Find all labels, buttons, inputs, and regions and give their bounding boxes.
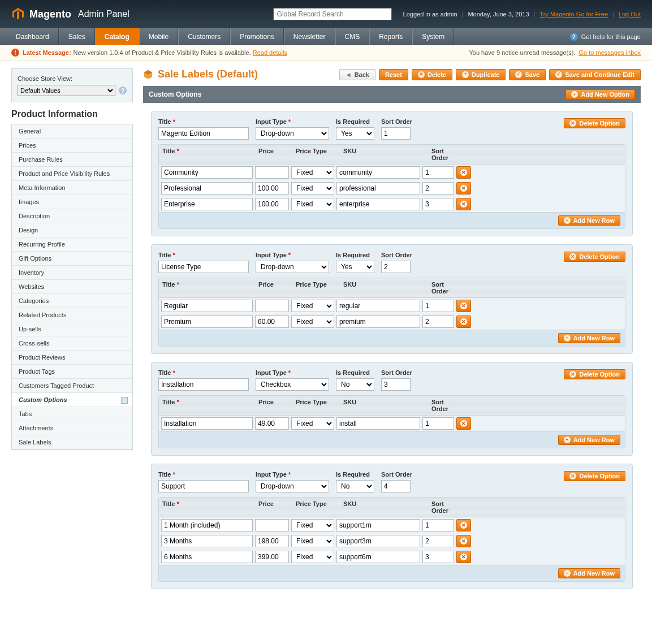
- duplicate-button[interactable]: +Duplicate: [456, 69, 506, 80]
- row-price-type-select[interactable]: Fixed: [291, 315, 334, 328]
- sidebar-tab-product-reviews[interactable]: Product Reviews: [12, 351, 132, 365]
- row-delete-button[interactable]: ✕: [456, 417, 471, 430]
- nav-item-dashboard[interactable]: Dashboard: [7, 28, 59, 45]
- row-title-input[interactable]: [161, 315, 253, 328]
- row-title-input[interactable]: [161, 182, 253, 195]
- add-new-row-button[interactable]: +Add New Row: [558, 435, 620, 445]
- option-input-type-select[interactable]: Drop-down: [256, 480, 329, 492]
- row-price-type-select[interactable]: Fixed: [291, 519, 334, 531]
- row-title-input[interactable]: [161, 519, 253, 531]
- row-delete-button[interactable]: ✕: [456, 300, 471, 312]
- row-delete-button[interactable]: ✕: [456, 315, 471, 328]
- row-sort-input[interactable]: [422, 198, 454, 210]
- add-new-row-button[interactable]: +Add New Row: [558, 215, 620, 226]
- nav-item-reports[interactable]: Reports: [369, 28, 412, 45]
- sidebar-tab-design[interactable]: Design: [12, 223, 132, 237]
- row-price-input[interactable]: [255, 300, 289, 312]
- row-delete-button[interactable]: ✕: [456, 182, 471, 195]
- row-title-input[interactable]: [161, 198, 253, 210]
- sidebar-tab-tabs[interactable]: Tabs: [12, 407, 132, 421]
- row-sku-input[interactable]: [336, 300, 420, 312]
- sidebar-tab-inventory[interactable]: Inventory: [12, 266, 132, 280]
- row-sku-input[interactable]: [336, 535, 420, 547]
- row-delete-button[interactable]: ✕: [456, 535, 471, 547]
- sidebar-tab-cross-sells[interactable]: Cross-sells: [12, 336, 132, 351]
- row-price-input[interactable]: [255, 417, 289, 430]
- sidebar-tab-recurring-profile[interactable]: Recurring Profile: [12, 237, 132, 252]
- option-sort-input[interactable]: [381, 378, 411, 391]
- row-price-type-select[interactable]: Fixed: [291, 166, 334, 179]
- row-delete-button[interactable]: ✕: [456, 166, 471, 179]
- row-price-type-select[interactable]: Fixed: [291, 535, 334, 547]
- sidebar-tab-images[interactable]: Images: [12, 195, 132, 209]
- nav-item-catalog[interactable]: Catalog: [95, 28, 139, 45]
- option-required-select[interactable]: Yes: [336, 261, 374, 273]
- try-magento-link[interactable]: Try Magento Go for Free: [539, 11, 608, 18]
- nav-item-system[interactable]: System: [412, 28, 454, 45]
- sidebar-tab-related-products[interactable]: Related Products: [12, 308, 132, 322]
- store-view-select[interactable]: Default Values: [18, 85, 115, 96]
- delete-option-button[interactable]: ✕Delete Option: [564, 118, 625, 128]
- option-title-input[interactable]: [158, 127, 249, 140]
- sidebar-tab-description[interactable]: Description: [12, 209, 132, 223]
- sidebar-tab-gift-options[interactable]: Gift Options: [12, 252, 132, 266]
- logout-link[interactable]: Log Out: [619, 11, 641, 18]
- option-sort-input[interactable]: [381, 480, 411, 492]
- row-price-input[interactable]: [255, 198, 289, 210]
- delete-option-button[interactable]: ✕Delete Option: [564, 252, 625, 262]
- sidebar-tab-websites[interactable]: Websites: [12, 280, 132, 294]
- global-search-input[interactable]: [273, 8, 392, 20]
- messages-inbox-link[interactable]: Go to messages inbox: [579, 49, 641, 56]
- sidebar-tab-up-sells[interactable]: Up-sells: [12, 322, 132, 336]
- row-sku-input[interactable]: [336, 166, 420, 179]
- row-price-input[interactable]: [255, 551, 289, 563]
- nav-item-sales[interactable]: Sales: [59, 28, 95, 45]
- row-sort-input[interactable]: [422, 535, 454, 547]
- delete-option-button[interactable]: ✕Delete Option: [564, 471, 625, 481]
- option-sort-input[interactable]: [381, 261, 411, 273]
- row-title-input[interactable]: [161, 535, 253, 547]
- sidebar-tab-customers-tagged-product[interactable]: Customers Tagged Product: [12, 379, 132, 393]
- row-sku-input[interactable]: [336, 315, 420, 328]
- reset-button[interactable]: Reset: [379, 69, 408, 80]
- nav-item-mobile[interactable]: Mobile: [139, 28, 178, 45]
- row-price-input[interactable]: [255, 182, 289, 195]
- row-sku-input[interactable]: [336, 198, 420, 210]
- option-input-type-select[interactable]: Drop-down: [256, 261, 329, 273]
- row-price-input[interactable]: [255, 519, 289, 531]
- row-price-type-select[interactable]: Fixed: [291, 300, 334, 312]
- read-details-link[interactable]: Read details: [253, 49, 287, 56]
- option-title-input[interactable]: [158, 261, 249, 273]
- row-sku-input[interactable]: [336, 417, 420, 430]
- hint-icon[interactable]: ?: [119, 87, 127, 94]
- add-new-row-button[interactable]: +Add New Row: [558, 333, 620, 343]
- row-title-input[interactable]: [161, 551, 253, 563]
- sidebar-tab-custom-options[interactable]: Custom Options: [12, 393, 132, 407]
- row-delete-button[interactable]: ✕: [456, 198, 471, 210]
- row-sku-input[interactable]: [336, 519, 420, 531]
- nav-help[interactable]: ? Get help for this page: [570, 28, 645, 45]
- nav-item-newsletter[interactable]: Newsletter: [284, 28, 335, 45]
- row-price-input[interactable]: [255, 315, 289, 328]
- nav-item-customers[interactable]: Customers: [178, 28, 230, 45]
- row-sort-input[interactable]: [422, 166, 454, 179]
- nav-item-promotions[interactable]: Promotions: [230, 28, 284, 45]
- sidebar-tab-product-and-price-visibility-rules[interactable]: Product and Price Visibility Rules: [12, 167, 132, 181]
- row-price-input[interactable]: [255, 535, 289, 547]
- sidebar-tab-prices[interactable]: Prices: [12, 139, 132, 153]
- row-delete-button[interactable]: ✕: [456, 551, 471, 563]
- row-title-input[interactable]: [161, 417, 253, 430]
- row-sort-input[interactable]: [422, 417, 454, 430]
- row-price-type-select[interactable]: Fixed: [291, 417, 334, 430]
- row-sort-input[interactable]: [422, 315, 454, 328]
- sidebar-tab-product-tags[interactable]: Product Tags: [12, 365, 132, 379]
- row-price-input[interactable]: [255, 166, 289, 179]
- option-input-type-select[interactable]: Drop-down: [256, 127, 329, 140]
- option-input-type-select[interactable]: Checkbox: [256, 378, 329, 391]
- row-price-type-select[interactable]: Fixed: [291, 182, 334, 195]
- row-price-type-select[interactable]: Fixed: [291, 551, 334, 563]
- option-sort-input[interactable]: [381, 127, 411, 140]
- row-title-input[interactable]: [161, 166, 253, 179]
- add-new-option-button[interactable]: +Add New Option: [565, 89, 635, 100]
- row-price-type-select[interactable]: Fixed: [291, 198, 334, 210]
